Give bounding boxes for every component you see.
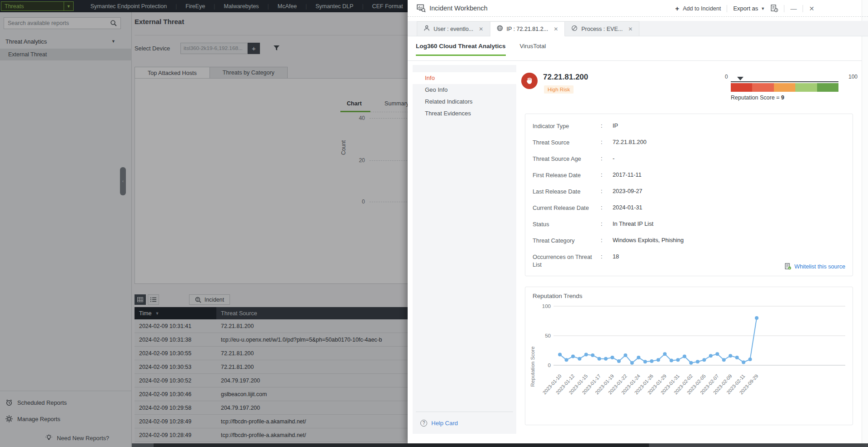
data-point[interactable] <box>604 357 608 361</box>
add-to-incident-button[interactable]: + Add to Incident <box>675 5 721 12</box>
data-point[interactable] <box>637 356 640 359</box>
workbench-header: Incident Workbench + Add to Incident Exp… <box>408 0 868 17</box>
data-point[interactable] <box>715 352 719 356</box>
data-point[interactable] <box>571 355 575 358</box>
data-point[interactable] <box>735 356 739 359</box>
panel-scroll-gutter[interactable] <box>862 0 868 443</box>
schedule-export-icon[interactable] <box>771 5 778 12</box>
entity-tab-label: User : eventlo... <box>434 26 474 32</box>
data-point[interactable] <box>748 358 752 361</box>
screen: Threats ▼ Symantec Endpoint Protection|F… <box>0 0 868 447</box>
nav-items: InfoGeo InfoRelated IndicatorsThreat Evi… <box>413 65 516 119</box>
entity-tab-label: IP : 72.21.81.2... <box>507 26 549 32</box>
data-point[interactable] <box>584 353 588 357</box>
detail-row: Threat Category:Windows Exploits, Phishi… <box>533 232 845 248</box>
entity-tab[interactable]: Process : EVE...✕ <box>565 21 639 36</box>
question-mark-icon: ? <box>420 420 427 427</box>
data-point[interactable] <box>591 353 594 357</box>
workbench-nav-item[interactable]: Info <box>413 72 516 84</box>
workbench-nav-item[interactable]: Geo Info <box>413 84 516 96</box>
data-point[interactable] <box>558 353 562 357</box>
minimize-icon[interactable]: — <box>790 5 797 12</box>
user-icon <box>424 25 430 33</box>
data-point[interactable] <box>617 359 621 363</box>
entity-tab[interactable]: User : eventlo...✕ <box>417 21 490 36</box>
detail-label: Occurrences on Threat List <box>533 253 601 268</box>
chevron-down-icon: ▼ <box>761 6 765 11</box>
data-point[interactable] <box>564 358 568 362</box>
data-point[interactable] <box>676 358 680 362</box>
add-to-incident-label: Add to Incident <box>683 5 721 12</box>
whitelist-label: Whitelist this source <box>794 263 845 270</box>
data-point[interactable] <box>755 316 758 320</box>
data-point[interactable] <box>630 361 634 365</box>
y-tick-label: 100 <box>542 303 551 309</box>
export-as-button[interactable]: Export as ▼ <box>733 5 765 12</box>
help-card-label: Help Card <box>431 420 458 427</box>
detail-label: Threat Source <box>533 139 601 146</box>
detail-colon: : <box>601 237 613 244</box>
high-risk-hand-icon <box>521 73 538 89</box>
stop-hand-glyph <box>525 76 534 85</box>
detail-colon: : <box>601 155 613 163</box>
close-icon[interactable]: ✕ <box>554 26 558 32</box>
data-point[interactable] <box>624 353 627 357</box>
plus-icon: + <box>675 5 679 12</box>
trend-chart-svg: 050100Reputation Score2023-01-102023-01-… <box>527 301 850 422</box>
entity-tabstrip: User : eventlo...✕IP : 72.21.81.2...✕Pro… <box>408 21 868 36</box>
data-point[interactable] <box>728 354 732 358</box>
detail-value: IP <box>613 122 845 130</box>
help-card-link[interactable]: ? Help Card <box>420 420 458 427</box>
data-point[interactable] <box>669 359 673 363</box>
workbench-side-nav: InfoGeo InfoRelated IndicatorsThreat Evi… <box>413 65 516 434</box>
data-point[interactable] <box>683 355 686 358</box>
y-tick-label: 0 <box>548 363 551 368</box>
data-point[interactable] <box>578 357 581 361</box>
divider <box>408 60 862 61</box>
detail-colon: : <box>601 139 613 146</box>
data-point[interactable] <box>610 356 614 359</box>
gauge-max: 100 <box>848 74 858 80</box>
source-tab[interactable]: VirusTotal <box>520 43 546 56</box>
data-point[interactable] <box>742 361 745 364</box>
data-point[interactable] <box>644 360 647 363</box>
detail-row: Threat Source:72.21.81.200 <box>533 134 845 150</box>
data-point[interactable] <box>650 359 653 363</box>
detail-label: Current Release Date <box>533 204 601 212</box>
workbench-nav-item[interactable]: Threat Evidences <box>413 108 516 119</box>
y-axis-title: Reputation Score <box>530 347 535 387</box>
workbench-icon <box>417 4 426 12</box>
divider <box>784 5 784 12</box>
reputation-trends-chart: 050100Reputation Score2023-01-102023-01-… <box>527 301 850 424</box>
workbench-title: Incident Workbench <box>429 5 488 12</box>
export-as-label: Export as <box>733 5 758 12</box>
detail-label: Indicator Type <box>533 122 601 130</box>
data-point[interactable] <box>696 360 699 363</box>
horizontal-scrollbar[interactable] <box>132 443 868 447</box>
gauge-score-text: Reputation Score = 9 <box>731 94 784 101</box>
y-tick-label: 50 <box>545 333 551 338</box>
detail-colon: : <box>601 188 613 195</box>
data-point[interactable] <box>722 358 726 362</box>
data-point[interactable] <box>663 352 667 356</box>
data-point[interactable] <box>689 361 693 365</box>
indicator-details-card: Indicator Type:IPThreat Source:72.21.81.… <box>525 114 853 276</box>
detail-label: Status <box>533 220 601 228</box>
scrollbar-thumb[interactable] <box>154 443 649 447</box>
whitelist-source-link[interactable]: Whitelist this source <box>785 263 845 270</box>
data-point[interactable] <box>657 358 660 362</box>
workbench-nav-item[interactable]: Related Indicators <box>413 96 516 108</box>
data-point[interactable] <box>709 354 713 358</box>
data-point[interactable] <box>598 357 601 361</box>
close-icon[interactable]: ✕ <box>628 26 633 32</box>
source-tab[interactable]: Log360 Cloud Threat Analytics <box>416 43 506 56</box>
close-icon[interactable]: ✕ <box>479 26 484 32</box>
gauge-score-value: 9 <box>781 94 784 101</box>
close-icon[interactable]: ✕ <box>809 5 814 12</box>
data-point[interactable] <box>703 358 706 362</box>
detail-row: Current Release Date:2024-01-31 <box>533 199 845 216</box>
entity-tab[interactable]: IP : 72.21.81.2...✕ <box>490 21 565 36</box>
detail-rows: Indicator Type:IPThreat Source:72.21.81.… <box>533 118 845 273</box>
detail-value: 2024-01-31 <box>613 204 845 212</box>
detail-label: First Release Date <box>533 171 601 179</box>
